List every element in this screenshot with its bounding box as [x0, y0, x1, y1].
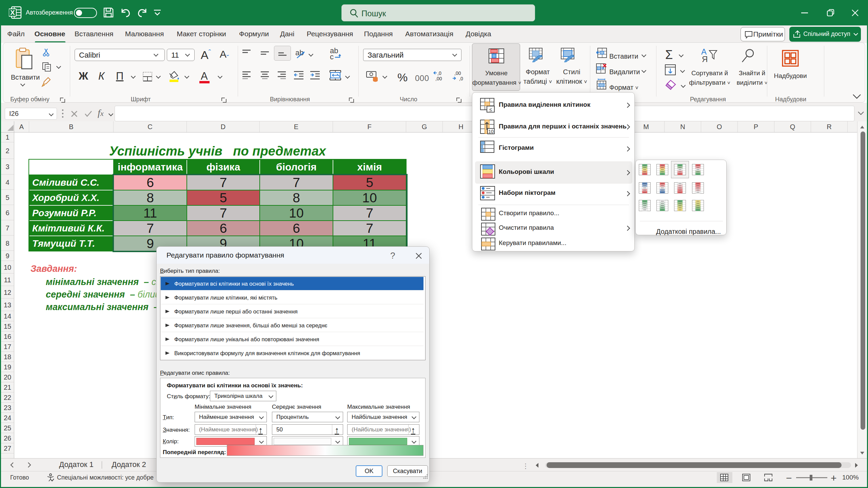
svg-text:c: c [330, 53, 334, 61]
svg-text:X: X [10, 9, 15, 16]
svg-text:,0: ,0 [459, 76, 463, 81]
svg-text:Я: Я [702, 55, 708, 63]
svg-text:,00: ,00 [435, 76, 442, 81]
svg-text:,00: ,00 [454, 71, 461, 76]
svg-text:,0: ,0 [437, 71, 441, 76]
